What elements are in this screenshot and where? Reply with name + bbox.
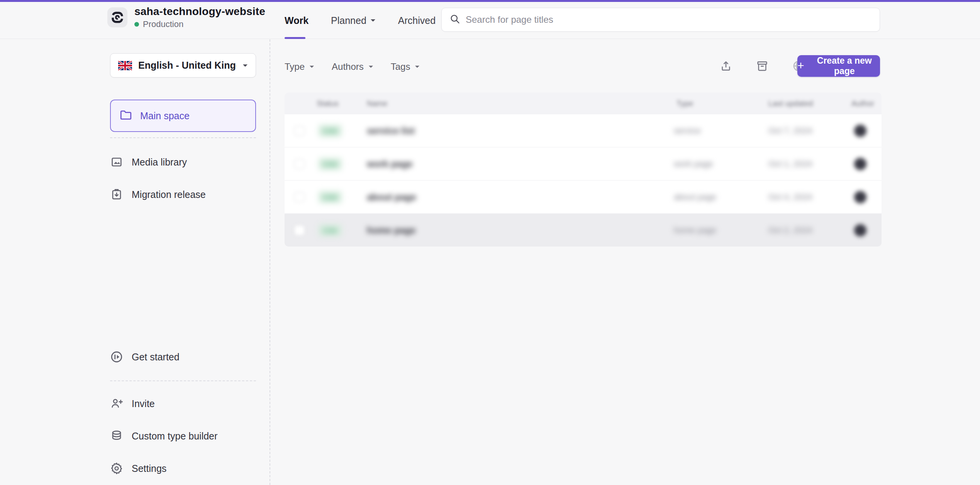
table-row[interactable]: Live service list service Oct 7, 2024: [285, 114, 882, 147]
create-new-page-label: Create a new page: [809, 56, 880, 76]
environment-row: Production: [134, 19, 265, 29]
row-checkbox[interactable]: [294, 159, 305, 169]
search-bar[interactable]: [441, 8, 880, 32]
clipboard-download-icon: [110, 188, 123, 201]
repo-meta: saha-technology-website Production: [134, 5, 265, 29]
app-window: saha-technology-website Production Work …: [0, 0, 980, 485]
sidebar-item-label: Main space: [140, 110, 190, 122]
filter-authors[interactable]: Authors: [332, 61, 374, 72]
table-header: Status Name Type Last updated Author: [285, 93, 882, 114]
last-updated: Oct 1, 2024: [768, 159, 812, 169]
create-new-page-button[interactable]: + Create a new page: [797, 55, 880, 77]
filter-label: Authors: [332, 61, 364, 72]
environment-status-dot: [134, 22, 139, 27]
sidebar: English - United Kingd... Main space Med: [0, 39, 270, 485]
status-badge: Live: [319, 224, 342, 236]
row-checkbox[interactable]: [294, 125, 305, 136]
tab-archived-label: Archived: [398, 15, 436, 26]
page-name: service list: [367, 125, 415, 136]
sidebar-item-label: Custom type builder: [132, 431, 217, 442]
sidebar-item-settings[interactable]: Settings: [110, 457, 256, 480]
page-type: service: [674, 126, 701, 136]
filter-tags[interactable]: Tags: [391, 61, 420, 72]
column-header-last-updated: Last updated: [768, 99, 813, 108]
sidebar-item-custom-type-builder[interactable]: Custom type builder: [110, 424, 256, 448]
language-label: English - United Kingd...: [138, 60, 236, 71]
uk-flag-icon: [118, 61, 132, 70]
user-plus-icon: [110, 397, 123, 410]
chevron-down-icon: [368, 65, 374, 68]
table-row[interactable]: Live home page home page Oct 2, 2024: [285, 213, 882, 247]
tab-planned[interactable]: Planned: [331, 2, 376, 39]
column-header-name: Name: [367, 99, 387, 108]
table-row[interactable]: Live about page about page Oct 4, 2024: [285, 180, 882, 213]
filter-type[interactable]: Type: [285, 61, 315, 72]
sidebar-item-main-space[interactable]: Main space: [110, 100, 256, 132]
sidebar-item-migration-release[interactable]: Migration release: [110, 183, 256, 206]
gear-icon: [110, 462, 123, 475]
tab-active-underline: [285, 37, 305, 39]
page-name: about page: [367, 192, 416, 203]
sidebar-item-get-started[interactable]: Get started: [110, 345, 256, 368]
app-header: saha-technology-website Production Work …: [0, 2, 980, 39]
column-header-type: Type: [677, 99, 693, 108]
sidebar-divider: [110, 137, 256, 138]
prismic-logo-icon: [107, 7, 127, 27]
author-avatar: [854, 224, 866, 237]
sidebar-item-label: Settings: [132, 463, 166, 474]
tab-work-label: Work: [285, 15, 309, 26]
column-header-status: Status: [317, 99, 339, 108]
chevron-down-icon: [242, 64, 248, 67]
sidebar-divider: [110, 380, 256, 381]
page-type: work page: [674, 159, 713, 169]
chevron-down-icon: [415, 65, 420, 68]
page-type: home page: [674, 225, 716, 235]
column-header-author: Author: [851, 99, 874, 108]
sidebar-item-label: Get started: [132, 351, 180, 363]
archive-icon[interactable]: [751, 55, 773, 77]
last-updated: Oct 7, 2024: [768, 126, 812, 136]
page-name: home page: [367, 225, 416, 236]
play-circle-icon: [110, 350, 123, 363]
chevron-down-icon: [370, 19, 376, 22]
repo-block[interactable]: saha-technology-website Production: [107, 5, 265, 29]
header-tabs: Work Planned Archived: [285, 2, 436, 39]
main-content: Type Authors Tags: [271, 39, 980, 485]
filter-label: Type: [285, 61, 305, 72]
page-type: about page: [674, 192, 716, 202]
tab-work[interactable]: Work: [285, 2, 309, 39]
author-avatar: [854, 191, 866, 203]
status-badge: Live: [319, 191, 342, 203]
last-updated: Oct 4, 2024: [768, 192, 812, 202]
image-icon: [110, 155, 123, 169]
author-avatar: [854, 125, 866, 137]
database-icon: [110, 429, 123, 443]
language-selector[interactable]: English - United Kingd...: [110, 53, 256, 78]
plus-icon: +: [797, 60, 804, 71]
page-name: work page: [367, 159, 413, 169]
author-avatar: [854, 158, 866, 170]
sidebar-item-label: Invite: [132, 398, 155, 409]
sidebar-item-invite[interactable]: Invite: [110, 392, 256, 415]
search-input[interactable]: [466, 14, 872, 25]
table-toolbar-icons: [715, 55, 809, 77]
status-badge: Live: [319, 158, 342, 170]
upload-icon[interactable]: [715, 55, 737, 77]
filter-label: Tags: [391, 61, 410, 72]
pages-table: Status Name Type Last updated Author Liv…: [285, 93, 882, 247]
status-badge: Live: [319, 125, 342, 137]
row-checkbox[interactable]: [294, 192, 305, 202]
folder-icon: [119, 108, 132, 123]
environment-name: Production: [143, 19, 183, 29]
tab-planned-label: Planned: [331, 15, 366, 26]
tab-archived[interactable]: Archived: [398, 2, 436, 39]
table-row[interactable]: Live work page work page Oct 1, 2024: [285, 147, 882, 180]
chevron-down-icon: [309, 65, 315, 68]
sidebar-item-media-library[interactable]: Media library: [110, 150, 256, 174]
filters-row: Type Authors Tags: [285, 56, 420, 78]
row-checkbox[interactable]: [294, 225, 305, 235]
last-updated: Oct 2, 2024: [768, 225, 812, 235]
search-icon: [449, 14, 460, 26]
sidebar-item-label: Migration release: [132, 189, 206, 200]
sidebar-item-label: Media library: [132, 157, 187, 168]
